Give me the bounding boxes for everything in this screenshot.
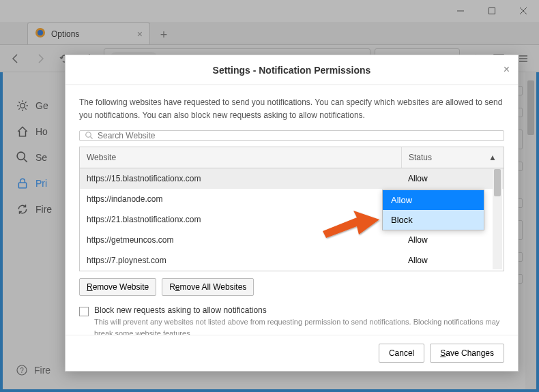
remove-all-websites-button[interactable]: Remove All Websites [162, 278, 254, 296]
save-changes-button[interactable]: Save Changes [430, 344, 504, 363]
search-website-field[interactable] [98, 131, 498, 140]
dropdown-option-block[interactable]: Block [383, 210, 484, 230]
column-status[interactable]: Status▲ [401, 147, 504, 168]
dialog-description: The following websites have requested to… [79, 96, 504, 122]
site-url: https://21.blastnotificationx.com [80, 215, 401, 224]
status-dropdown: Allow Block [382, 190, 484, 230]
dropdown-option-allow[interactable]: Allow [383, 190, 484, 210]
site-url: https://getmeuncos.com [80, 235, 401, 245]
table-row[interactable]: https://7.ploynest.com Allow▾ [80, 250, 504, 271]
sort-arrow-icon: ▲ [489, 153, 497, 162]
site-url: https://15.blastnotificationx.com [80, 174, 401, 183]
site-url: https://7.ploynest.com [80, 256, 401, 265]
permissions-table: Website Status▲ https://15.blastnotifica… [79, 147, 504, 271]
status-select[interactable]: Allow▾ [401, 256, 504, 265]
svg-line-22 [91, 137, 93, 139]
block-new-requests-hint: This will prevent any websites not liste… [94, 316, 504, 335]
remove-website-button[interactable]: Remove Website [79, 278, 156, 296]
cancel-button[interactable]: Cancel [379, 344, 424, 363]
dialog-title: Settings - Notification Permissions [213, 65, 371, 76]
search-icon [85, 132, 93, 140]
table-row[interactable]: https://getmeuncos.com Allow▾ [80, 230, 504, 250]
svg-point-21 [86, 132, 91, 138]
table-row[interactable]: https://15.blastnotificationx.com Allow▾ [80, 168, 504, 189]
block-new-requests-checkbox[interactable] [79, 307, 89, 316]
notification-permissions-dialog: Settings - Notification Permissions × Th… [65, 55, 519, 372]
search-website-input[interactable] [79, 130, 504, 141]
block-new-requests-label: Block new requests asking to allow notif… [94, 305, 504, 315]
status-select[interactable]: Allow▾ [401, 235, 504, 245]
column-website[interactable]: Website [80, 147, 401, 168]
status-select[interactable]: Allow▾ [401, 174, 504, 183]
table-scrollbar[interactable] [493, 169, 502, 269]
dialog-close-button[interactable]: × [504, 63, 510, 76]
site-url: https://indanode.com [80, 194, 401, 204]
dialog-header: Settings - Notification Permissions × [65, 55, 518, 85]
